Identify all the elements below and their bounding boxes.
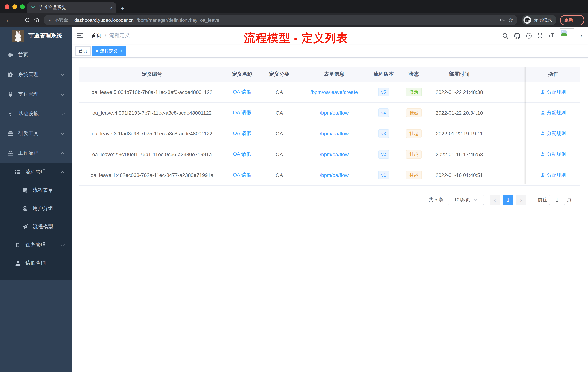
- caret-down-icon[interactable]: ▼: [580, 34, 583, 37]
- logo-avatar: [12, 30, 24, 42]
- sidebar-item-流程表单[interactable]: 流程表单: [0, 181, 72, 199]
- user-icon: [540, 131, 545, 136]
- cell-definition-id: oa_leave:1:482ec033-762a-11ec-8477-a2380…: [79, 172, 225, 178]
- sidebar-item-系统管理[interactable]: 系统管理: [0, 65, 72, 85]
- traffic-lights: [5, 4, 25, 9]
- form-info-link[interactable]: /bpm/oa/leave/create: [310, 89, 358, 95]
- sidebar-item-label: 流程模型: [33, 223, 53, 230]
- security-label[interactable]: 不安全: [54, 17, 68, 23]
- chevron-up-icon: [60, 152, 65, 154]
- next-page-button[interactable]: ›: [516, 195, 526, 205]
- avatar[interactable]: [560, 28, 574, 43]
- search-icon[interactable]: [502, 33, 508, 39]
- assign-rule-link[interactable]: 分配规则: [540, 172, 566, 178]
- tab-favicon-plant-icon: [31, 5, 36, 10]
- browser-tab-strip: 芋道管理系统 × +: [0, 0, 588, 13]
- form-doc-icon: [22, 187, 28, 193]
- cell-definition-id: oa_leave:2:3c1f0ef1-76b1-11ec-9c66-a2380…: [79, 152, 225, 157]
- chevron-down-icon: [60, 93, 65, 96]
- column-header-定义编号: 定义编号: [79, 71, 225, 77]
- assign-rule-link[interactable]: 分配规则: [540, 109, 566, 116]
- column-header-定义分类: 定义分类: [259, 71, 300, 77]
- sidebar-item-支付管理[interactable]: 支付管理: [0, 85, 72, 104]
- assign-rule-link[interactable]: 分配规则: [540, 151, 566, 158]
- sidebar-item-label: 首页: [18, 52, 28, 58]
- definition-name-link[interactable]: OA 请假: [233, 109, 252, 115]
- tab-title: 芋道管理系统: [39, 5, 107, 11]
- fullscreen-icon[interactable]: [537, 33, 543, 39]
- sidebar-item-流程模型[interactable]: 流程模型: [0, 218, 72, 236]
- active-dot-icon: [96, 50, 98, 52]
- cell-definition-id: oa_leave:4:991f2193-7b7f-11ec-a3c8-acde4…: [79, 110, 225, 116]
- sidebar-item-研发工具[interactable]: 研发工具: [0, 124, 72, 143]
- home-button[interactable]: [32, 17, 42, 23]
- sidebar-item-label: 基础设施: [18, 111, 39, 117]
- sidebar-item-label: 工作流程: [18, 150, 39, 156]
- page-size-select[interactable]: 10条/页: [448, 195, 484, 205]
- forward-button[interactable]: →: [13, 17, 22, 23]
- definition-name-link[interactable]: OA 请假: [233, 151, 252, 157]
- font-size-icon[interactable]: TT: [548, 33, 554, 39]
- sidebar-item-用户分组[interactable]: 用户分组: [0, 199, 72, 218]
- sidebar-item-label: 任务管理: [25, 242, 46, 248]
- chevron-down-icon: [60, 244, 65, 246]
- user-icon: [540, 152, 545, 157]
- goto-page-input[interactable]: 1: [549, 195, 565, 205]
- question-help-icon[interactable]: ?: [526, 33, 532, 38]
- sidebar-item-label: 流程管理: [25, 169, 46, 175]
- refresh-button[interactable]: [22, 17, 32, 23]
- close-window-button[interactable]: [5, 4, 10, 9]
- browser-menu-dots-icon[interactable]: ⋮: [576, 17, 580, 23]
- zoom-window-button[interactable]: [20, 4, 25, 9]
- form-info-link[interactable]: /bpm/oa/flow: [320, 172, 349, 178]
- sidebar-item-首页[interactable]: 首页: [0, 45, 72, 65]
- annotation-title: 流程模型 - 定义列表: [187, 31, 405, 46]
- table-row: oa_leave:5:004b710b-7b8a-11ec-8ef0-acde4…: [79, 82, 580, 103]
- tag-close-icon[interactable]: ×: [120, 49, 123, 53]
- user-icon: [540, 90, 545, 94]
- form-info-link[interactable]: /bpm/oa/flow: [320, 110, 349, 116]
- tag-流程定义[interactable]: 流程定义 ×: [92, 46, 126, 56]
- column-header-部署时间: 部署时间: [429, 71, 489, 77]
- chevron-down-icon: [60, 73, 65, 76]
- github-icon[interactable]: [514, 32, 521, 39]
- new-tab-button[interactable]: +: [121, 5, 125, 12]
- form-info-link[interactable]: /bpm/oa/flow: [320, 131, 349, 136]
- update-browser-button[interactable]: 更新 ⋮: [560, 15, 584, 25]
- sidebar-item-流程管理[interactable]: 流程管理: [0, 163, 72, 181]
- paper-plane-icon: [22, 224, 28, 230]
- address-bar[interactable]: ▲ 不安全 dashboard.yudao.iocoder.cn/bpm/man…: [44, 15, 517, 25]
- key-icon[interactable]: [499, 17, 505, 23]
- minimize-window-button[interactable]: [12, 4, 17, 9]
- cell-deploy-time: 2022-01-22 20:34:10: [429, 110, 489, 116]
- incognito-icon: [523, 16, 531, 24]
- cell-deploy-time: 2022-01-22 19:19:11: [429, 131, 489, 136]
- sidebar-item-基础设施[interactable]: 基础设施: [0, 104, 72, 124]
- definition-name-link[interactable]: OA 请假: [233, 89, 252, 95]
- tag-首页[interactable]: 首页: [75, 46, 91, 56]
- sidebar-item-任务管理[interactable]: 任务管理: [0, 236, 72, 254]
- page-1-button[interactable]: 1: [503, 195, 513, 205]
- cell-category: OA: [259, 152, 300, 157]
- form-info-link[interactable]: /bpm/oa/flow: [320, 152, 349, 157]
- tab-close-icon[interactable]: ×: [110, 5, 113, 10]
- dashboard-icon: [7, 52, 14, 58]
- prev-page-button[interactable]: ‹: [490, 195, 500, 205]
- definition-table: 定义编号定义名称定义分类表单信息流程版本状态部署时间操作 oa_leave:5:…: [79, 67, 580, 186]
- sidebar-item-请假查询[interactable]: 请假查询: [0, 254, 72, 272]
- user-icon: [540, 173, 545, 177]
- assign-rule-link[interactable]: 分配规则: [540, 130, 566, 137]
- sidebar-item-工作流程[interactable]: 工作流程: [0, 143, 72, 163]
- cell-definition-id: oa_leave:5:004b710b-7b8a-11ec-8ef0-acde4…: [79, 89, 225, 95]
- browser-tab[interactable]: 芋道管理系统 ×: [27, 2, 116, 13]
- hamburger-icon[interactable]: [75, 32, 85, 40]
- cell-category: OA: [259, 172, 300, 178]
- bookmark-star-icon[interactable]: ☆: [508, 17, 513, 23]
- assign-rule-link[interactable]: 分配规则: [540, 89, 566, 95]
- breadcrumb-home[interactable]: 首页: [91, 33, 101, 39]
- column-header-流程版本: 流程版本: [369, 71, 399, 77]
- back-button[interactable]: ←: [4, 17, 13, 23]
- definition-name-link[interactable]: OA 请假: [233, 130, 252, 136]
- goto-label: 前往: [538, 197, 547, 203]
- definition-name-link[interactable]: OA 请假: [233, 172, 252, 178]
